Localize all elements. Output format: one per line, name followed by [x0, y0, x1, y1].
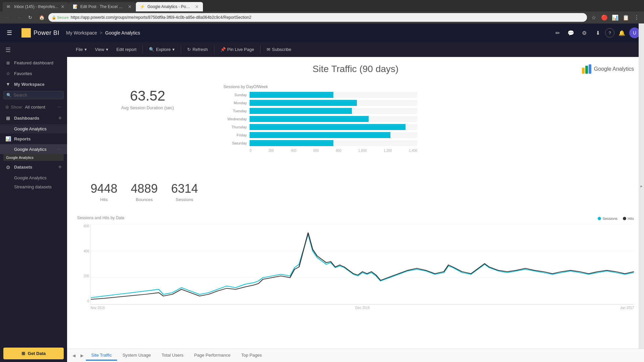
home-button[interactable]: 🏠 [37, 13, 46, 22]
bar-label: Friday [223, 133, 247, 137]
extension-1[interactable]: 🔴 [600, 13, 609, 22]
dashboards-add-btn[interactable]: + [58, 115, 62, 122]
tab-title: Edit Post · The Excel Clu... [80, 4, 125, 9]
extension-2[interactable]: 📊 [610, 13, 620, 22]
dashboards-icon: ⊞ [5, 116, 11, 121]
back-button[interactable]: ← [3, 13, 12, 22]
refresh-button[interactable]: ↻ Refresh [184, 45, 211, 54]
bar-row-wednesday: Wednesday [223, 116, 629, 122]
bar-label: Sunday [223, 93, 247, 97]
x-label-jan: Jan 2017 [620, 306, 634, 310]
left-stats: 63.52 Avg Session Duration (sec) 9448 Hi… [77, 81, 218, 209]
forward-button[interactable]: → [14, 13, 23, 22]
dataset-google-analytics[interactable]: Google Analytics ··· [0, 173, 67, 182]
avg-session-value: 63.52 [84, 88, 211, 104]
datasets-add-btn[interactable]: + [58, 164, 62, 171]
show-value[interactable]: All content [25, 105, 45, 110]
notification-icon[interactable]: 🔔 [616, 27, 628, 39]
svg-rect-2 [27, 30, 29, 36]
explore-menu[interactable]: 🔍 Explore ▾ [146, 45, 178, 54]
bar-label: Thursday [223, 125, 247, 129]
explore-chevron-icon: ▾ [172, 47, 175, 52]
tab-powerbi[interactable]: ⚡ Google Analytics - Power... ✕ [136, 2, 203, 11]
tab-system-usage[interactable]: System Usage [117, 351, 156, 361]
workspace-icon: ▼ [5, 81, 11, 87]
datasets-section-header[interactable]: ⊙ Datasets + [0, 161, 67, 173]
view-label: View [95, 47, 104, 52]
tab-page-performance[interactable]: Page Performance [189, 351, 236, 361]
dashboard-google-analytics[interactable]: Google Analytics ··· [0, 124, 67, 133]
legend: Sessions Hits [598, 217, 634, 221]
sidebar-my-workspace[interactable]: ▼ My Workspace [0, 79, 67, 89]
bar-label: Monday [223, 101, 247, 105]
bar-row-sunday: Sunday [223, 92, 629, 98]
tab-excel[interactable]: 📝 Edit Post · The Excel Clu... ✕ [69, 2, 136, 11]
bookmark-icon[interactable]: ☆ [589, 13, 598, 22]
bar-row-monday: Monday [223, 100, 629, 106]
power-bi-logo-icon [21, 28, 31, 38]
bar-axis: 02004006008001,0001,2001,400 [223, 148, 417, 153]
svg-rect-3 [582, 68, 585, 74]
reload-button[interactable]: ↻ [25, 13, 35, 22]
reports-icon: 📊 [5, 136, 11, 141]
tab-next-icon[interactable]: ▶ [78, 352, 86, 360]
right-collapse-tab[interactable]: ► [639, 42, 644, 349]
report-google-analytics[interactable]: Google Analytics ··· [0, 144, 67, 154]
kpi-bounces-value: 4889 [131, 182, 158, 196]
file-menu[interactable]: File ▾ [72, 45, 90, 54]
breadcrumb-current: Google Analytics [105, 30, 140, 36]
pin-live-button[interactable]: 📌 Pin Live Page [217, 45, 258, 54]
download-icon[interactable]: ⬇ [592, 27, 604, 39]
comment-icon[interactable]: 💬 [565, 27, 577, 39]
edit-report-button[interactable]: Edit report [113, 45, 140, 54]
report-more[interactable]: ··· [57, 146, 62, 152]
tab-site-traffic[interactable]: Site Traffic [86, 351, 117, 361]
breadcrumb-workspace[interactable]: My Workspace [66, 30, 97, 36]
tab-total-users[interactable]: Total Users [156, 351, 189, 361]
subscribe-icon: ✉ [267, 47, 270, 52]
sessions-line [91, 234, 634, 298]
tab-gmail[interactable]: ✉ Inbox (145) - theprofes... ✕ [3, 2, 69, 11]
get-data-button[interactable]: ⊞ Get Data [3, 348, 64, 359]
show-label: Show: [11, 105, 23, 110]
tab-close-powerbi[interactable]: ✕ [195, 4, 199, 9]
dataset-streaming[interactable]: Streaming datasets [0, 182, 67, 191]
help-icon[interactable]: ? [605, 28, 614, 38]
app-header: ☰ Power BI My Workspace > Google Analyti… [0, 23, 644, 42]
line-chart-header: Sessions and Hits by Date Sessions Hits [77, 216, 634, 224]
address-bar[interactable]: 🔒 Secure https://app.powerbi.com/groups/… [48, 13, 587, 22]
workspace-label: My Workspace [14, 82, 45, 87]
browser-chrome: ✉ Inbox (145) - theprofes... ✕ 📝 Edit Po… [0, 0, 644, 23]
tab-prev-icon[interactable]: ◀ [70, 352, 78, 360]
search-input[interactable] [13, 93, 67, 98]
datasets-label: Datasets [14, 165, 32, 170]
view-menu[interactable]: View ▾ [92, 45, 112, 54]
tab-close-gmail[interactable]: ✕ [61, 4, 65, 9]
extension-3[interactable]: 📋 [621, 13, 631, 22]
subscribe-button[interactable]: ✉ Subscribe [263, 45, 295, 54]
settings-icon[interactable]: ⚙ [578, 27, 590, 39]
tab-close-excel[interactable]: ✕ [128, 4, 132, 9]
dashboards-section-header[interactable]: ⊞ Dashboards + [0, 112, 67, 124]
toolbar-divider-3 [214, 46, 214, 54]
x-label-nov: Nov 2016 [91, 306, 105, 310]
dataset-item-label: Google Analytics [14, 175, 47, 180]
tooltip-popup: Google Analytics [3, 154, 64, 161]
dashboards-label: Dashboards [14, 116, 39, 121]
kpi-bounces: 4889 Bounces [131, 182, 158, 202]
tab-top-pages[interactable]: Top Pages [236, 351, 267, 361]
sidebar-toggle[interactable]: ☰ [0, 42, 67, 58]
bar-label: Saturday [223, 141, 247, 145]
bar-fill [250, 132, 390, 138]
sidebar-favorites[interactable]: ☆ Favorites [0, 68, 67, 79]
menu-button[interactable]: ⋮ [632, 13, 641, 22]
edit-icon[interactable]: ✏ [551, 27, 564, 39]
sidebar-featured[interactable]: ⊞ Featured dashboard ··· [0, 58, 67, 68]
kpi-sessions-value: 6314 [171, 182, 198, 196]
hamburger-menu[interactable]: ☰ [4, 27, 15, 38]
x-label-dec: Dec 2016 [355, 306, 370, 310]
show-more[interactable]: ··· [57, 104, 62, 110]
reports-section-header[interactable]: 📊 Reports [0, 133, 67, 144]
ga-logo-icon [581, 64, 592, 74]
search-box: 🔍 [3, 91, 64, 99]
